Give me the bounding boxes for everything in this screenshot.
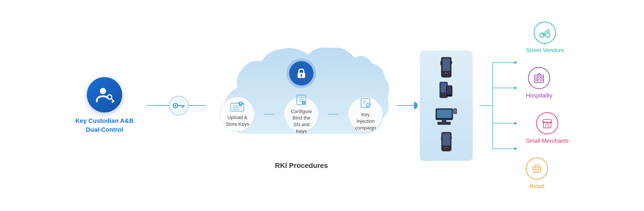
- svg-marker-58: [514, 61, 518, 64]
- retail-circle: [526, 158, 548, 180]
- device-3-svg: [435, 108, 457, 128]
- svg-rect-54: [442, 149, 450, 151]
- branch-arrows-svg: [480, 50, 519, 161]
- hospitality-label: Hospitality: [526, 92, 552, 99]
- svg-rect-48: [454, 109, 456, 113]
- device-4: [436, 132, 456, 154]
- svg-marker-65: [514, 147, 518, 150]
- step-2-label: Configure Bind the SN and Keys: [288, 108, 314, 134]
- rki-diagram: Key Custodian A&B Dual-Control: [0, 0, 644, 211]
- hospitality-icon: [533, 72, 545, 84]
- svg-rect-44: [437, 110, 452, 118]
- svg-rect-72: [541, 76, 543, 78]
- custodian-label: Key Custodian A&B Dual-Control: [75, 116, 134, 134]
- svg-rect-40: [441, 94, 446, 96]
- svg-rect-46: [438, 122, 451, 125]
- device-1-svg: [440, 57, 453, 80]
- cloud-section: Upload & Store Keys: [211, 41, 392, 170]
- svg-rect-78: [546, 124, 549, 128]
- svg-rect-37: [442, 76, 450, 78]
- svg-rect-45: [442, 120, 446, 122]
- cloud-shape: Upload & Store Keys: [211, 41, 392, 156]
- svg-marker-62: [514, 122, 518, 125]
- step-connector-2: [328, 114, 339, 114]
- svg-rect-53: [451, 136, 452, 139]
- category-street-vendors: Street Vendors: [526, 22, 564, 54]
- svg-rect-34: [444, 73, 449, 74]
- small-merchants-icon: [541, 117, 553, 129]
- svg-rect-36: [451, 61, 452, 64]
- retail-icon: [531, 162, 543, 174]
- device-4-svg: [440, 132, 452, 154]
- street-vendors-label: Street Vendors: [526, 47, 564, 54]
- step-2-circle: Configure Bind the SN and Keys: [284, 96, 319, 132]
- svg-rect-33: [442, 58, 450, 71]
- device-2-svg: [438, 82, 454, 105]
- connector-3: [396, 104, 418, 108]
- svg-rect-73: [536, 79, 538, 81]
- svg-rect-42: [447, 86, 451, 94]
- upload-keys-icon: [230, 101, 244, 112]
- svg-rect-74: [541, 79, 543, 81]
- line-segment-2: [189, 105, 206, 106]
- lock-icon-circle: [289, 61, 314, 86]
- cloud-content: Upload & Store Keys: [211, 41, 392, 156]
- street-vendors-icon: [539, 27, 551, 39]
- device-3: [436, 107, 456, 129]
- arrow-right-main: [414, 104, 418, 108]
- svg-rect-71: [538, 76, 540, 78]
- step-connector-1: [264, 114, 275, 114]
- categories-column: Street Vendors Hospitality: [526, 22, 569, 190]
- key-injection-icon: [360, 97, 371, 109]
- svg-marker-60: [514, 86, 518, 90]
- custodian-icon-circle: [87, 77, 122, 112]
- line-segment: [147, 105, 169, 106]
- connector-2: [189, 105, 206, 106]
- category-hospitality: Hospitality: [526, 67, 552, 99]
- svg-rect-51: [444, 147, 449, 148]
- step-1-label: Upload & Store Keys: [226, 114, 250, 127]
- retail-label: Retail: [530, 183, 544, 190]
- svg-rect-75: [538, 80, 540, 83]
- svg-line-2: [111, 98, 114, 102]
- line-out: [396, 105, 414, 106]
- step-1-circle: Upload & Store Keys: [220, 96, 255, 132]
- svg-point-6: [174, 105, 176, 106]
- svg-rect-35: [440, 61, 442, 65]
- configure-icon: [296, 94, 307, 106]
- step-3-circle: Key Injection compaign: [348, 96, 383, 132]
- street-vendors-circle: [534, 22, 556, 44]
- small-merchants-label: Small Merchants: [526, 138, 569, 144]
- small-merchants-circle: [536, 112, 558, 134]
- device-2: [436, 82, 456, 104]
- cloud-title: RKI Procedures: [275, 162, 328, 170]
- svg-rect-70: [536, 76, 538, 78]
- svg-rect-52: [441, 136, 442, 140]
- hospitality-circle: [528, 67, 550, 89]
- connector-1: [147, 105, 169, 106]
- steps-row: Upload & Store Keys: [220, 96, 383, 132]
- svg-rect-39: [441, 83, 446, 92]
- device-1: [436, 58, 456, 80]
- key-circle: [169, 96, 189, 116]
- key-custodian-section: Key Custodian A&B Dual-Control: [75, 77, 134, 134]
- category-small-merchants: Small Merchants: [526, 112, 569, 144]
- devices-panel: [420, 50, 473, 161]
- category-retail: Retail: [526, 158, 548, 190]
- svg-rect-50: [442, 134, 450, 146]
- svg-point-0: [100, 88, 106, 94]
- step-3-label: Key Injection compaign: [352, 111, 378, 131]
